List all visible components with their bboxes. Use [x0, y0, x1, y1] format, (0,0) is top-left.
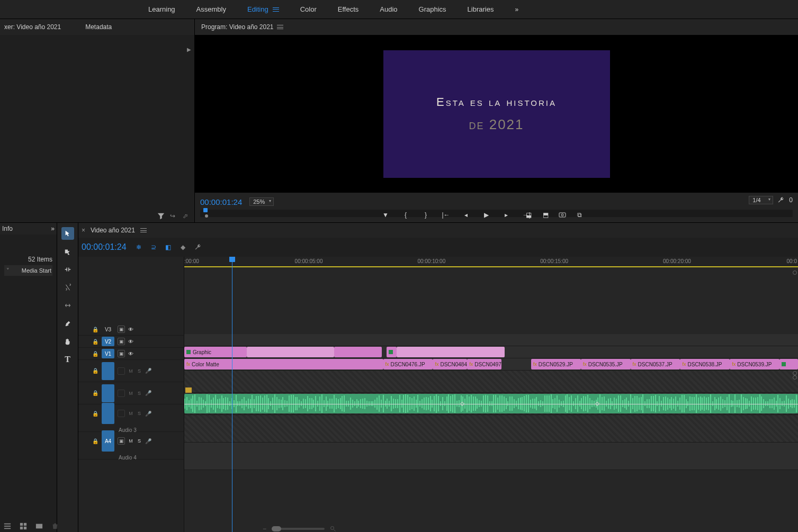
zoom-slider[interactable] — [272, 528, 325, 530]
trash-icon[interactable] — [51, 522, 59, 530]
column-header-media-start[interactable]: ˅ Media Start — [4, 265, 52, 276]
video-clip[interactable] — [397, 347, 505, 357]
workspace-effects[interactable]: Effects — [338, 5, 359, 13]
track-header-v3[interactable]: 🔒 V3 ▣ 👁 — [78, 323, 184, 336]
audio-clip[interactable] — [184, 394, 798, 413]
video-clip[interactable]: fxDSCN0539.JP — [730, 359, 779, 369]
add-marker-button[interactable]: ▼ — [381, 211, 390, 219]
slip-tool[interactable] — [61, 299, 74, 312]
freeform-view-icon[interactable] — [35, 522, 43, 530]
track-label[interactable] — [102, 384, 114, 402]
voice-record-icon[interactable]: 🎤 — [145, 368, 151, 374]
collapse-panel-icon[interactable]: » — [51, 225, 55, 232]
workspace-graphics[interactable]: Graphics — [419, 5, 446, 13]
eye-icon[interactable]: 👁 — [128, 339, 133, 345]
video-clip[interactable]: fxDSCN0497.JP — [467, 359, 501, 369]
timeline-menu-icon[interactable] — [140, 228, 147, 232]
solo-button[interactable]: S — [137, 391, 142, 396]
type-tool[interactable]: T — [61, 353, 74, 366]
voice-record-icon[interactable]: 🎤 — [145, 390, 151, 396]
metadata-tab[interactable]: Metadata — [81, 23, 116, 31]
track-header-v2[interactable]: 🔒 V2 ▣ 👁 — [78, 336, 184, 348]
workspace-learning[interactable]: Learning — [148, 5, 175, 13]
voice-record-icon[interactable]: 🎤 — [145, 411, 151, 417]
mute-button[interactable]: M — [128, 391, 133, 396]
expand-icon[interactable]: ▶ — [187, 47, 191, 52]
eye-icon[interactable]: 👁 — [128, 327, 133, 332]
track-header-a1[interactable]: 🔒 M S 🎤 — [78, 360, 184, 382]
solo-button[interactable]: S — [137, 368, 142, 374]
track-a1[interactable] — [184, 371, 798, 393]
video-clip[interactable]: Graphic — [184, 347, 247, 357]
playhead[interactable] — [232, 257, 232, 532]
track-header-a4[interactable]: 🔒 A4 ▣ M S 🎤 Audio 4 — [78, 432, 184, 459]
scroll-indicator-icon[interactable] — [793, 270, 797, 275]
step-forward-button[interactable]: ▸ — [502, 211, 510, 219]
selection-tool[interactable] — [61, 227, 74, 240]
program-timecode[interactable]: 00:00:01:24 — [200, 197, 242, 206]
filter-icon[interactable] — [157, 212, 165, 220]
source-patch-toggle[interactable] — [118, 410, 125, 417]
track-v1[interactable]: fxColor MattefxDSCN0476.JPfxDSCN0484.JPf… — [184, 358, 798, 371]
mute-button[interactable]: M — [128, 438, 133, 444]
scrub-playhead-icon[interactable] — [203, 208, 208, 212]
track-v2[interactable]: Graphic — [184, 346, 798, 358]
lock-icon[interactable]: 🔒 — [92, 438, 98, 444]
mute-button[interactable]: M — [128, 411, 133, 416]
video-clip[interactable]: fxDSCN0535.JP — [581, 359, 631, 369]
comparison-view-button[interactable]: ⧉ — [575, 211, 584, 219]
track-label[interactable]: V1 — [102, 349, 114, 358]
sequence-name[interactable]: Video año 2021 — [91, 227, 135, 234]
source-patch-toggle[interactable] — [118, 367, 125, 375]
extract-button[interactable]: ⬒ — [541, 211, 550, 219]
track-a4[interactable] — [184, 443, 798, 470]
track-header-a3[interactable]: 🔒 M S 🎤 Audio 3 — [78, 404, 184, 432]
program-viewer[interactable]: Esta es la historia de 2021 — [195, 35, 798, 193]
zoom-out-icon[interactable]: − — [263, 525, 266, 532]
export-frame-icon[interactable] — [558, 211, 567, 219]
ripple-edit-tool[interactable] — [61, 263, 74, 276]
track-label[interactable] — [102, 362, 114, 380]
add-marker-icon[interactable]: ◧ — [165, 244, 172, 251]
video-clip[interactable]: fxDSCN0537.JP — [631, 359, 680, 369]
video-clip[interactable]: fxDSCN0538.JP — [680, 359, 730, 369]
source-patch-toggle[interactable]: ▣ — [118, 338, 125, 345]
scroll-indicator-icon[interactable] — [793, 375, 797, 380]
volume-line[interactable] — [184, 404, 798, 404]
lock-icon[interactable]: 🔒 — [92, 411, 98, 417]
panel-menu-icon[interactable] — [277, 25, 283, 29]
track-a3[interactable] — [184, 415, 798, 443]
export-icon[interactable]: ⬀ — [183, 212, 190, 220]
video-clip[interactable]: fxDSCN0484.JP — [433, 359, 467, 369]
razor-tool[interactable] — [61, 281, 74, 294]
zoom-level-select[interactable]: 25% — [249, 197, 274, 206]
video-clip[interactable] — [334, 347, 382, 357]
info-tab[interactable]: Info — [2, 225, 13, 232]
scroll-indicator-icon[interactable] — [793, 371, 797, 375]
marker-icon[interactable]: ◆ — [180, 244, 187, 251]
track-label[interactable]: A4 — [102, 430, 114, 452]
track-a2[interactable] — [184, 393, 798, 415]
mixer-tab[interactable]: xer: Video año 2021 — [0, 23, 65, 31]
track-label[interactable] — [102, 403, 114, 424]
zoom-magnifier-icon[interactable] — [330, 526, 336, 532]
go-to-in-button[interactable]: |← — [442, 211, 450, 219]
video-clip[interactable]: fxDSCN0529.JP — [531, 359, 581, 369]
lock-icon[interactable]: 🔒 — [92, 351, 98, 357]
playback-quality-select[interactable]: 1/4 — [749, 196, 773, 204]
timeline-zoom-bar[interactable]: − — [263, 526, 798, 532]
video-clip[interactable]: fxDSCN0476.JP — [383, 359, 433, 369]
source-patch-toggle[interactable] — [118, 390, 125, 397]
track-v3[interactable] — [184, 334, 798, 346]
hand-tool[interactable] — [61, 335, 74, 348]
source-patch-toggle[interactable]: ▣ — [118, 326, 125, 333]
close-sequence-icon[interactable]: × — [82, 227, 85, 234]
video-clip[interactable] — [779, 359, 798, 369]
solo-button[interactable]: S — [137, 411, 142, 416]
playhead-handle-icon[interactable] — [229, 257, 235, 262]
track-header-a2[interactable]: 🔒 M S 🎤 — [78, 382, 184, 404]
mark-out-button[interactable]: } — [422, 211, 430, 219]
voice-record-icon[interactable]: 🎤 — [145, 438, 151, 444]
source-patch-toggle[interactable]: ▣ — [118, 437, 125, 445]
video-clip[interactable] — [247, 347, 334, 357]
